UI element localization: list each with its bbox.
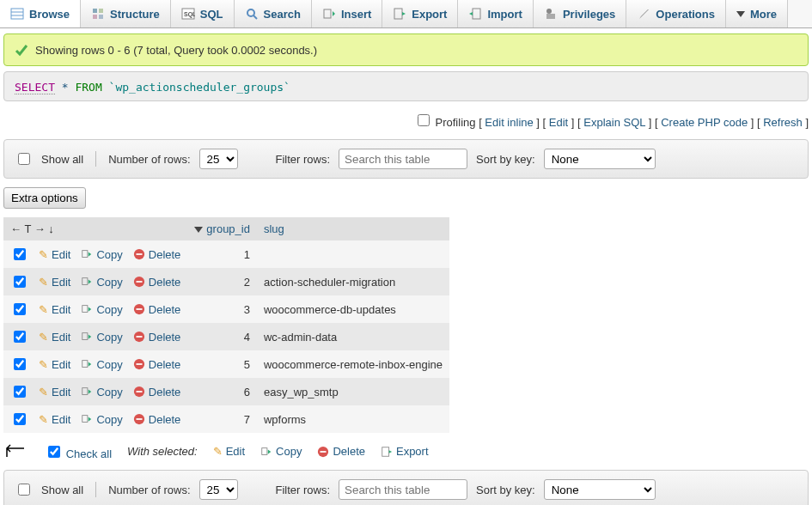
- tab-insert[interactable]: Insert: [312, 0, 382, 27]
- sql-query-box: SELECT * FROM `wp_actionscheduler_groups…: [3, 71, 809, 101]
- copy-icon: [81, 276, 93, 288]
- row-copy[interactable]: Copy: [81, 248, 122, 261]
- top-tabs: Browse Structure SQLSQL Search Insert Ex…: [0, 0, 812, 28]
- tab-sql[interactable]: SQLSQL: [171, 0, 235, 27]
- bulk-copy[interactable]: Copy: [260, 445, 302, 458]
- tab-structure[interactable]: Structure: [81, 0, 171, 27]
- bulk-edit[interactable]: ✎ Edit: [213, 445, 245, 458]
- row-copy[interactable]: Copy: [81, 413, 122, 426]
- row-delete[interactable]: Delete: [133, 276, 181, 289]
- delete-icon: [133, 248, 145, 260]
- row-checkbox[interactable]: [14, 276, 26, 288]
- svg-rect-24: [136, 308, 142, 310]
- row-checkbox[interactable]: [14, 386, 26, 398]
- row-delete[interactable]: Delete: [133, 386, 181, 399]
- sort-select[interactable]: None: [544, 149, 656, 169]
- delete-icon: [133, 386, 145, 398]
- pencil-icon: ✎: [39, 303, 48, 316]
- sql-icon: SQL: [181, 7, 195, 21]
- filter-input[interactable]: [339, 149, 467, 169]
- row-checkbox[interactable]: [14, 331, 26, 343]
- num-rows-label: Number of rows:: [108, 153, 190, 166]
- tab-export[interactable]: Export: [382, 0, 458, 27]
- row-delete[interactable]: Delete: [133, 358, 181, 371]
- svg-rect-11: [324, 9, 331, 18]
- sort-select-bottom[interactable]: None: [544, 479, 656, 500]
- search-icon: [245, 7, 259, 21]
- svg-rect-37: [262, 447, 267, 454]
- svg-rect-12: [394, 9, 402, 19]
- show-all-label: Show all: [41, 153, 83, 166]
- pencil-icon: ✎: [39, 331, 48, 344]
- tab-browse[interactable]: Browse: [0, 0, 81, 27]
- row-edit[interactable]: ✎ Edit: [39, 248, 70, 261]
- row-edit[interactable]: ✎ Edit: [39, 413, 70, 426]
- row-delete[interactable]: Delete: [133, 303, 181, 316]
- row-copy[interactable]: Copy: [81, 331, 122, 344]
- num-rows-select-bottom[interactable]: 25: [199, 479, 238, 500]
- table-row: ✎ Edit Copy Delete1: [3, 240, 449, 268]
- row-checkbox[interactable]: [14, 303, 26, 315]
- svg-rect-40: [382, 447, 389, 456]
- cell-group-id: 3: [187, 295, 257, 323]
- tab-import[interactable]: Import: [458, 0, 533, 27]
- profiling-checkbox[interactable]: [418, 114, 430, 126]
- show-all-checkbox-bottom[interactable]: [18, 484, 30, 496]
- row-checkbox[interactable]: [14, 358, 26, 370]
- controls-bottom: Show all Number of rows: 25 Filter rows:…: [3, 470, 809, 505]
- row-copy[interactable]: Copy: [81, 303, 122, 316]
- row-delete[interactable]: Delete: [133, 248, 181, 261]
- table-row: ✎ Edit Copy Delete7wpforms: [3, 405, 449, 433]
- table-row: ✎ Edit Copy Delete2action-scheduler-migr…: [3, 268, 449, 295]
- col-slug[interactable]: slug: [264, 222, 284, 235]
- bulk-actions: Check all With selected: ✎ Edit Copy Del…: [3, 441, 809, 461]
- svg-rect-4: [99, 9, 103, 13]
- delete-icon: [133, 303, 145, 315]
- refresh-link[interactable]: Refresh: [763, 116, 803, 129]
- pencil-icon: ✎: [39, 358, 48, 371]
- create-php-link[interactable]: Create PHP code: [661, 116, 748, 129]
- edit-link[interactable]: Edit: [549, 116, 568, 129]
- bulk-delete[interactable]: Delete: [317, 445, 365, 458]
- row-checkbox[interactable]: [14, 248, 26, 260]
- row-checkbox[interactable]: [14, 413, 26, 425]
- tab-privileges[interactable]: Privileges: [534, 0, 626, 27]
- row-delete[interactable]: Delete: [133, 331, 181, 344]
- row-copy[interactable]: Copy: [81, 276, 122, 289]
- row-edit[interactable]: ✎ Edit: [39, 331, 70, 344]
- row-copy[interactable]: Copy: [81, 386, 122, 399]
- pencil-icon: ✎: [39, 386, 48, 399]
- check-all-checkbox[interactable]: [48, 446, 60, 458]
- filter-input-bottom[interactable]: [339, 479, 467, 500]
- row-delete[interactable]: Delete: [133, 413, 181, 426]
- extra-options: Extra options: [3, 187, 809, 209]
- tab-more[interactable]: More: [726, 0, 788, 27]
- operations-icon: [637, 7, 650, 21]
- delete-icon: [133, 331, 145, 343]
- sort-label-bottom: Sort by key:: [476, 484, 535, 496]
- extra-options-button[interactable]: Extra options: [3, 187, 86, 209]
- num-rows-select[interactable]: 25: [199, 149, 238, 169]
- table-row: ✎ Edit Copy Delete4wc-admin-data: [3, 323, 449, 350]
- row-edit[interactable]: ✎ Edit: [39, 276, 70, 289]
- row-edit[interactable]: ✎ Edit: [39, 386, 70, 399]
- tab-search[interactable]: Search: [235, 0, 312, 27]
- show-all-checkbox[interactable]: [18, 153, 30, 165]
- cell-group-id: 6: [187, 378, 257, 405]
- delete-icon: [317, 446, 329, 458]
- arrow-up-icon: [3, 443, 29, 463]
- row-layout-controls[interactable]: ← T → ↓: [10, 222, 180, 235]
- edit-inline-link[interactable]: Edit inline: [485, 116, 533, 129]
- svg-line-10: [253, 15, 257, 19]
- copy-icon: [81, 248, 93, 260]
- check-all-label[interactable]: Check all: [66, 447, 112, 460]
- explain-sql-link[interactable]: Explain SQL: [583, 116, 645, 129]
- row-edit[interactable]: ✎ Edit: [39, 358, 70, 371]
- tab-operations[interactable]: Operations: [626, 0, 726, 27]
- row-copy[interactable]: Copy: [81, 358, 122, 371]
- bulk-export[interactable]: Export: [381, 445, 429, 458]
- col-group-id[interactable]: group_id: [206, 222, 250, 235]
- row-edit[interactable]: ✎ Edit: [39, 303, 70, 316]
- sort-desc-icon: [194, 227, 203, 233]
- pencil-icon: ✎: [39, 413, 48, 426]
